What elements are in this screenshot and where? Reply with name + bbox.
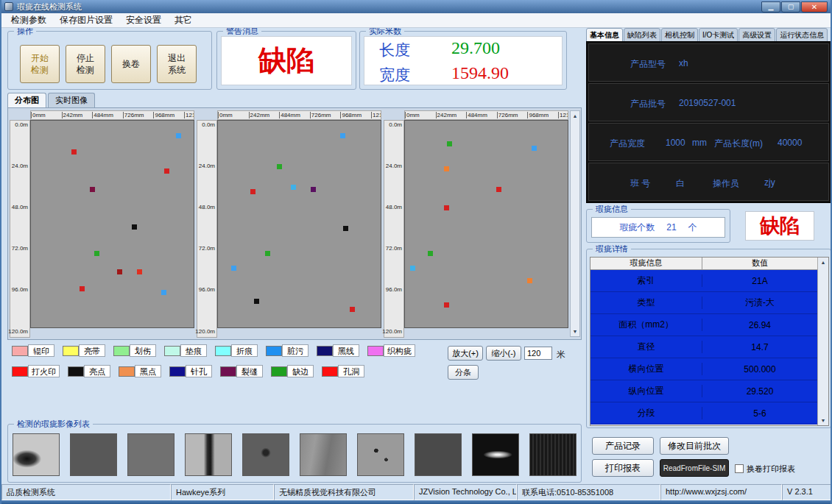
right-tab[interactable]: I/O卡测试 — [699, 28, 738, 43]
defect-marker[interactable] — [532, 146, 537, 151]
defect-marker[interactable] — [311, 187, 316, 192]
legend-color-swatch — [317, 346, 333, 356]
scroll-up-icon[interactable]: ▲ — [821, 258, 826, 267]
tab-realtime-image[interactable]: 实时图像 — [48, 93, 95, 107]
menu-item[interactable]: 安全设置 — [119, 13, 168, 28]
defect-marker[interactable] — [340, 133, 345, 138]
table-cell-property: 分段 — [590, 407, 702, 419]
right-tab[interactable]: 运行状态信息 — [776, 28, 828, 43]
right-tab[interactable]: 缺陷列表 — [624, 28, 660, 43]
defect-thumbnail[interactable] — [242, 433, 289, 476]
scroll-down-icon[interactable]: ▼ — [821, 416, 826, 425]
defect-marker[interactable] — [231, 266, 236, 271]
legend-label: 折痕 — [231, 344, 258, 357]
defect-marker[interactable] — [117, 269, 122, 274]
defect-marker[interactable] — [254, 299, 259, 304]
table-row[interactable]: 直径14.7 — [590, 336, 817, 358]
defect-marker[interactable] — [444, 302, 449, 308]
defect-marker[interactable] — [350, 307, 355, 312]
table-scrollbar[interactable]: ▲ ▼ — [817, 258, 828, 425]
table-row[interactable]: 索引21A — [590, 270, 817, 292]
close-button[interactable]: ✕ — [801, 1, 828, 13]
defect-thumbnail[interactable] — [127, 433, 174, 476]
defect-marker[interactable] — [428, 251, 433, 256]
defect-marker[interactable] — [277, 164, 282, 169]
defect-marker[interactable] — [176, 133, 181, 138]
operation-button[interactable]: 退出 系统 — [157, 45, 197, 83]
ruler-tick-label: 968mm — [340, 112, 362, 118]
defect-thumbnail[interactable] — [415, 433, 462, 476]
shift-label: 班 号 — [630, 177, 650, 190]
ruler-tick-label: 0.0m — [202, 121, 215, 128]
defect-marker[interactable] — [291, 185, 296, 190]
product-record-button[interactable]: 产品记录 — [592, 437, 654, 455]
tab-distribution-map[interactable]: 分布图 — [7, 93, 46, 107]
defect-thumbnail[interactable] — [529, 433, 577, 476]
defect-marker[interactable] — [250, 189, 255, 194]
meters-input[interactable] — [524, 347, 552, 360]
operator-value: zjy — [764, 177, 775, 188]
read-from-file-button[interactable]: ReadFromFile-SIM — [660, 459, 729, 477]
defect-thumbnail[interactable] — [185, 433, 232, 476]
defect-marker[interactable] — [444, 205, 449, 210]
defect-marker[interactable] — [164, 168, 169, 174]
table-row[interactable]: 类型污渍-大 — [590, 292, 817, 314]
menu-item[interactable]: 保存图片设置 — [53, 13, 119, 28]
warning-text: 缺陷 — [222, 37, 351, 85]
defect-thumbnail[interactable] — [13, 433, 60, 476]
operation-button[interactable]: 换卷 — [111, 45, 151, 83]
defect-marker[interactable] — [90, 187, 95, 192]
right-tab[interactable]: 相机控制 — [661, 28, 698, 43]
status-segment: JZVision Technology Co., Ltd. — [414, 484, 517, 500]
plots-scrollbar[interactable]: ▲ ▼ — [570, 110, 580, 337]
ruler-tick-label: 0mm — [218, 112, 233, 118]
roll-print-checkbox[interactable] — [735, 464, 744, 473]
right-tab[interactable]: 基本信息 — [586, 28, 623, 43]
legend-row-1: 辊印亮带划伤垫痕折痕脏污黑线织构疵 — [12, 344, 415, 357]
defect-marker[interactable] — [447, 141, 452, 146]
scroll-down-icon[interactable]: ▼ — [573, 327, 578, 336]
legend-item: 垫痕 — [164, 344, 207, 357]
zoom-out-button[interactable]: 缩小(-) — [486, 346, 521, 361]
menu-item[interactable]: 检测参数 — [4, 13, 53, 28]
defect-thumbnail[interactable] — [357, 433, 404, 476]
defect-marker[interactable] — [137, 269, 142, 274]
defect-marker[interactable] — [410, 266, 415, 271]
status-segment: V 2.3.1 — [782, 484, 832, 500]
defect-marker[interactable] — [444, 166, 449, 171]
horizontal-ruler: 0mm242mm484mm726mm968mm1210mm — [404, 110, 568, 120]
defect-marker[interactable] — [71, 149, 77, 155]
defect-marker[interactable] — [527, 278, 532, 283]
maximize-button[interactable]: ▢ — [781, 1, 800, 13]
table-row[interactable]: 纵向位置29.520 — [590, 380, 817, 402]
scroll-up-icon[interactable]: ▲ — [573, 111, 578, 121]
defect-marker[interactable] — [343, 226, 348, 231]
table-row[interactable]: 分段5-6 — [590, 402, 817, 425]
status-segment: 无锡精质视觉科技有限公司 — [274, 484, 414, 500]
defect-marker[interactable] — [94, 251, 99, 256]
plot-area[interactable] — [30, 120, 194, 328]
split-button[interactable]: 分条 — [448, 365, 479, 380]
defect-thumbnail[interactable] — [300, 433, 347, 476]
defect-marker[interactable] — [161, 290, 166, 295]
zoom-in-button[interactable]: 放大(+) — [448, 346, 483, 361]
table-row[interactable]: 面积（mm2）26.94 — [590, 314, 817, 336]
operation-button[interactable]: 停止 检测 — [66, 45, 105, 83]
plot-area[interactable] — [217, 120, 381, 328]
defect-marker[interactable] — [132, 224, 137, 230]
operation-button[interactable]: 开始 检测 — [20, 45, 60, 83]
defect-marker[interactable] — [265, 251, 270, 256]
defect-thumbnail[interactable] — [70, 433, 117, 476]
defect-marker[interactable] — [80, 286, 85, 291]
plot-area[interactable] — [404, 120, 568, 328]
right-tab[interactable]: 高级设置 — [738, 28, 775, 43]
modify-batch-button[interactable]: 修改目前批次 — [660, 437, 729, 455]
menu-item[interactable]: 其它 — [168, 13, 199, 28]
defect-marker[interactable] — [496, 187, 501, 192]
table-cell-value: 21A — [702, 276, 817, 286]
defect-thumbnail[interactable] — [472, 433, 519, 476]
print-report-button[interactable]: 打印报表 — [592, 459, 654, 477]
table-row[interactable]: 横向位置500.000 — [590, 358, 817, 380]
defect-images-group-label: 检测的瑕疵影像列表 — [14, 419, 93, 430]
minimize-button[interactable]: ▁ — [761, 1, 780, 13]
